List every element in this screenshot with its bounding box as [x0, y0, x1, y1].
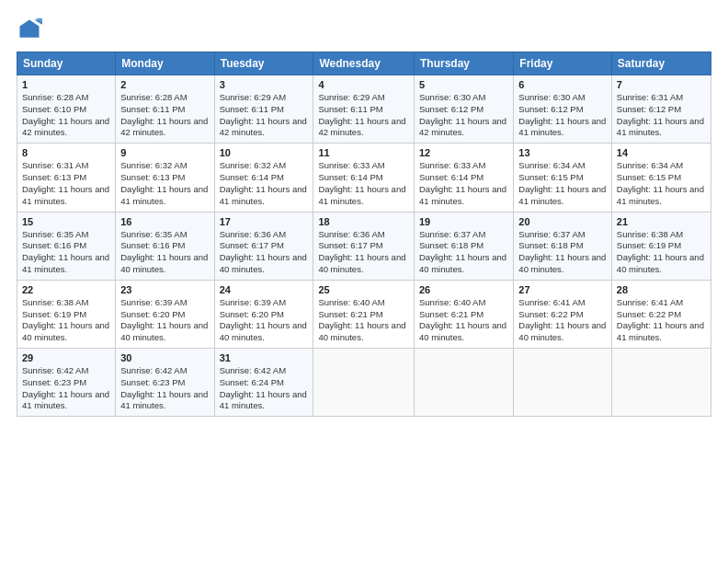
svg-marker-0	[20, 20, 40, 38]
day-number: 14	[617, 147, 706, 158]
day-info: Sunrise: 6:38 AMSunset: 6:19 PMDaylight:…	[617, 229, 704, 274]
logo-icon	[17, 17, 42, 42]
day-number: 30	[120, 352, 209, 363]
day-number: 7	[617, 79, 706, 90]
calendar-cell: 23 Sunrise: 6:39 AMSunset: 6:20 PMDaylig…	[116, 280, 214, 348]
day-number: 4	[318, 79, 409, 90]
day-number: 29	[22, 352, 110, 363]
day-number: 15	[22, 216, 110, 227]
calendar-cell: 10 Sunrise: 6:32 AMSunset: 6:14 PMDaylig…	[214, 144, 313, 212]
day-number: 21	[617, 216, 706, 227]
day-number: 28	[617, 284, 706, 295]
day-info: Sunrise: 6:38 AMSunset: 6:19 PMDaylight:…	[22, 297, 109, 342]
day-info: Sunrise: 6:28 AMSunset: 6:11 PMDaylight:…	[120, 92, 208, 137]
weekday-row: SundayMondayTuesdayWednesdayThursdayFrid…	[17, 52, 711, 75]
calendar-cell: 13 Sunrise: 6:34 AMSunset: 6:15 PMDaylig…	[514, 144, 612, 212]
day-info: Sunrise: 6:32 AMSunset: 6:13 PMDaylight:…	[120, 160, 208, 205]
calendar-cell	[415, 349, 514, 417]
calendar-cell: 22 Sunrise: 6:38 AMSunset: 6:19 PMDaylig…	[17, 280, 116, 348]
day-info: Sunrise: 6:35 AMSunset: 6:16 PMDaylight:…	[120, 229, 208, 274]
calendar-cell: 15 Sunrise: 6:35 AMSunset: 6:16 PMDaylig…	[17, 212, 116, 280]
day-number: 10	[220, 147, 309, 158]
calendar-cell: 26 Sunrise: 6:40 AMSunset: 6:21 PMDaylig…	[415, 280, 514, 348]
day-info: Sunrise: 6:33 AMSunset: 6:14 PMDaylight:…	[419, 160, 506, 205]
day-number: 25	[318, 284, 409, 295]
day-number: 26	[419, 284, 508, 295]
calendar-cell: 9 Sunrise: 6:32 AMSunset: 6:13 PMDayligh…	[116, 144, 214, 212]
calendar-table: SundayMondayTuesdayWednesdayThursdayFrid…	[17, 52, 711, 417]
calendar-week-5: 29 Sunrise: 6:42 AMSunset: 6:23 PMDaylig…	[17, 349, 711, 417]
day-info: Sunrise: 6:36 AMSunset: 6:17 PMDaylight:…	[220, 229, 307, 274]
calendar-cell: 12 Sunrise: 6:33 AMSunset: 6:14 PMDaylig…	[415, 144, 514, 212]
day-info: Sunrise: 6:40 AMSunset: 6:21 PMDaylight:…	[318, 297, 405, 342]
day-number: 2	[120, 79, 209, 90]
day-info: Sunrise: 6:42 AMSunset: 6:24 PMDaylight:…	[220, 365, 307, 410]
day-info: Sunrise: 6:34 AMSunset: 6:15 PMDaylight:…	[617, 160, 704, 205]
calendar-cell: 8 Sunrise: 6:31 AMSunset: 6:13 PMDayligh…	[17, 144, 116, 212]
calendar-cell: 31 Sunrise: 6:42 AMSunset: 6:24 PMDaylig…	[214, 349, 313, 417]
calendar-cell: 7 Sunrise: 6:31 AMSunset: 6:12 PMDayligh…	[611, 75, 711, 144]
day-info: Sunrise: 6:30 AMSunset: 6:12 PMDaylight:…	[419, 92, 506, 137]
calendar-cell: 3 Sunrise: 6:29 AMSunset: 6:11 PMDayligh…	[214, 75, 313, 144]
calendar-week-2: 8 Sunrise: 6:31 AMSunset: 6:13 PMDayligh…	[17, 144, 711, 212]
day-info: Sunrise: 6:28 AMSunset: 6:10 PMDaylight:…	[22, 92, 109, 137]
calendar-page: SundayMondayTuesdayWednesdayThursdayFrid…	[0, 0, 728, 563]
calendar-cell	[611, 349, 711, 417]
logo	[17, 17, 46, 42]
calendar-cell: 29 Sunrise: 6:42 AMSunset: 6:23 PMDaylig…	[17, 349, 116, 417]
calendar-cell: 2 Sunrise: 6:28 AMSunset: 6:11 PMDayligh…	[116, 75, 214, 144]
day-info: Sunrise: 6:29 AMSunset: 6:11 PMDaylight:…	[220, 92, 307, 137]
day-number: 22	[22, 284, 110, 295]
calendar-cell: 16 Sunrise: 6:35 AMSunset: 6:16 PMDaylig…	[116, 212, 214, 280]
calendar-body: 1 Sunrise: 6:28 AMSunset: 6:10 PMDayligh…	[17, 75, 711, 417]
calendar-cell: 20 Sunrise: 6:37 AMSunset: 6:18 PMDaylig…	[514, 212, 612, 280]
day-info: Sunrise: 6:34 AMSunset: 6:15 PMDaylight:…	[518, 160, 606, 205]
day-number: 18	[318, 216, 409, 227]
weekday-header-monday: Monday	[116, 52, 214, 75]
day-info: Sunrise: 6:29 AMSunset: 6:11 PMDaylight:…	[318, 92, 405, 137]
day-info: Sunrise: 6:42 AMSunset: 6:23 PMDaylight:…	[120, 365, 208, 410]
calendar-cell: 18 Sunrise: 6:36 AMSunset: 6:17 PMDaylig…	[313, 212, 415, 280]
day-info: Sunrise: 6:41 AMSunset: 6:22 PMDaylight:…	[617, 297, 704, 342]
day-number: 24	[220, 284, 309, 295]
day-info: Sunrise: 6:40 AMSunset: 6:21 PMDaylight:…	[419, 297, 506, 342]
calendar-cell: 17 Sunrise: 6:36 AMSunset: 6:17 PMDaylig…	[214, 212, 313, 280]
calendar-week-3: 15 Sunrise: 6:35 AMSunset: 6:16 PMDaylig…	[17, 212, 711, 280]
day-info: Sunrise: 6:42 AMSunset: 6:23 PMDaylight:…	[22, 365, 109, 410]
day-number: 13	[518, 147, 607, 158]
calendar-cell: 1 Sunrise: 6:28 AMSunset: 6:10 PMDayligh…	[17, 75, 116, 144]
weekday-header-tuesday: Tuesday	[214, 52, 313, 75]
page-header	[17, 17, 711, 42]
calendar-cell: 21 Sunrise: 6:38 AMSunset: 6:19 PMDaylig…	[611, 212, 711, 280]
day-info: Sunrise: 6:35 AMSunset: 6:16 PMDaylight:…	[22, 229, 109, 274]
day-number: 5	[419, 79, 508, 90]
calendar-cell: 24 Sunrise: 6:39 AMSunset: 6:20 PMDaylig…	[214, 280, 313, 348]
day-number: 17	[220, 216, 309, 227]
day-number: 11	[318, 147, 409, 158]
day-info: Sunrise: 6:31 AMSunset: 6:12 PMDaylight:…	[617, 92, 704, 137]
day-number: 19	[419, 216, 508, 227]
calendar-week-4: 22 Sunrise: 6:38 AMSunset: 6:19 PMDaylig…	[17, 280, 711, 348]
day-info: Sunrise: 6:33 AMSunset: 6:14 PMDaylight:…	[318, 160, 405, 205]
calendar-cell: 19 Sunrise: 6:37 AMSunset: 6:18 PMDaylig…	[415, 212, 514, 280]
day-info: Sunrise: 6:39 AMSunset: 6:20 PMDaylight:…	[120, 297, 208, 342]
calendar-cell: 27 Sunrise: 6:41 AMSunset: 6:22 PMDaylig…	[514, 280, 612, 348]
calendar-cell	[313, 349, 415, 417]
calendar-cell: 28 Sunrise: 6:41 AMSunset: 6:22 PMDaylig…	[611, 280, 711, 348]
day-number: 23	[120, 284, 209, 295]
day-number: 3	[220, 79, 309, 90]
day-number: 31	[220, 352, 309, 363]
day-info: Sunrise: 6:41 AMSunset: 6:22 PMDaylight:…	[518, 297, 606, 342]
day-info: Sunrise: 6:30 AMSunset: 6:12 PMDaylight:…	[518, 92, 606, 137]
calendar-cell: 14 Sunrise: 6:34 AMSunset: 6:15 PMDaylig…	[611, 144, 711, 212]
weekday-header-thursday: Thursday	[415, 52, 514, 75]
day-info: Sunrise: 6:32 AMSunset: 6:14 PMDaylight:…	[220, 160, 307, 205]
day-number: 6	[518, 79, 607, 90]
weekday-header-sunday: Sunday	[17, 52, 116, 75]
day-info: Sunrise: 6:37 AMSunset: 6:18 PMDaylight:…	[518, 229, 606, 274]
calendar-cell: 6 Sunrise: 6:30 AMSunset: 6:12 PMDayligh…	[514, 75, 612, 144]
day-number: 8	[22, 147, 110, 158]
day-number: 16	[120, 216, 209, 227]
weekday-header-saturday: Saturday	[611, 52, 711, 75]
day-number: 1	[22, 79, 110, 90]
